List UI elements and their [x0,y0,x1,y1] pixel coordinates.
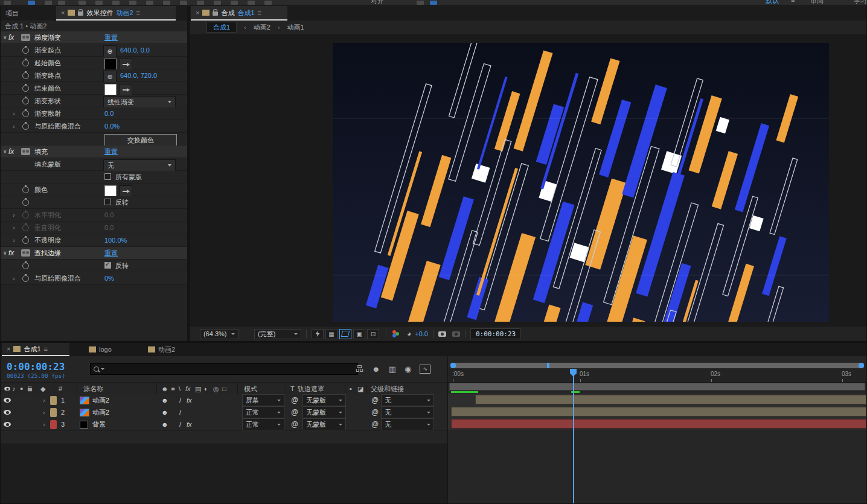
close-x-icon[interactable] [417,1,424,5]
navigator-end-handle[interactable] [859,363,864,368]
layer-label-chip[interactable] [50,406,57,418]
brush-tool-icon[interactable] [197,1,204,5]
tab-effect-controls[interactable]: × 效果控件 动画2 ≡ [56,6,176,21]
close-icon[interactable]: × [7,345,10,352]
orbit-tool-icon[interactable] [129,1,136,5]
property-value[interactable]: 100.0% [104,234,127,246]
tab-composition[interactable]: × 合成 合成1 ≡ [191,6,287,21]
timeline-divider[interactable] [447,356,448,503]
close-icon[interactable]: × [61,9,65,16]
magnification-dropdown[interactable]: (64.3%) [200,329,238,339]
tab-anim2-timeline[interactable]: 动画2 [143,343,180,356]
fill-mask-dropdown[interactable]: 无 [103,159,176,171]
mask-visibility-icon[interactable] [339,329,351,339]
layer-bar-background[interactable] [451,419,866,429]
panel-menu-icon[interactable]: ≡ [136,9,139,16]
layer-row-2[interactable]: › 2 动画2 ☻ / 正常 @ 无蒙版 @ 无 [1,406,447,419]
tab-comp1-timeline[interactable]: × 合成1 ≡ [2,343,69,356]
timeline-search-input[interactable] [90,363,358,375]
stopwatch-icon[interactable] [22,260,29,272]
layer-label-chip[interactable] [50,394,57,406]
reset-link[interactable]: 重置 [104,145,118,158]
property-value[interactable]: 640.0, 720.0 [120,69,157,81]
stopwatch-icon[interactable] [22,196,29,208]
mode-column-header[interactable]: 模式 [244,383,257,395]
effect-header-find-edges[interactable]: ∨ fx 查找边缘 重置 [1,247,187,260]
stopwatch-icon[interactable] [22,95,29,107]
eye-icon[interactable] [4,394,11,406]
eraser-tool-icon[interactable] [231,1,238,5]
stopwatch-icon[interactable] [22,69,29,81]
gradient-shape-dropdown[interactable]: 线性渐变 [103,96,176,108]
expand-arrow-icon[interactable]: › [43,406,45,418]
quality-toggle[interactable]: / [179,406,181,418]
channel-icon[interactable] [391,330,401,337]
lock-icon[interactable] [213,11,218,16]
label-column-icon[interactable]: ◆ [40,383,45,395]
zoom-tool-icon[interactable] [58,1,65,5]
workspace-learn[interactable]: 学习 [854,0,867,5]
effect-name[interactable]: 查找边缘 [34,247,61,259]
reset-link[interactable]: 重置 [104,247,118,259]
track-matte-dropdown[interactable]: 无蒙版 [302,394,346,406]
color-swatch[interactable] [104,59,117,71]
mini-flowchart-icon[interactable]: 品 [356,363,363,374]
crumb-comp1[interactable]: 合成1 [206,22,237,33]
workspace-review[interactable]: 审阅 [810,0,824,5]
expand-arrow-icon[interactable]: › [13,107,15,120]
exposure-icon[interactable]: ◕ [407,330,411,338]
type-tool-icon[interactable] [180,1,187,5]
effect-name[interactable]: 填充 [34,145,48,158]
shy-toggle[interactable]: ☻ [161,406,168,418]
close-icon[interactable]: × [196,9,199,16]
stopwatch-icon[interactable] [22,44,29,56]
track-matte-column-header[interactable]: 轨道遮罩 [298,383,324,395]
grid-guides-icon[interactable]: ⊡ [367,329,379,339]
color-swatch[interactable] [104,84,117,96]
layer-name[interactable]: 背景 [92,418,106,430]
stamp-tool-icon[interactable] [214,1,221,5]
home-icon[interactable] [4,1,11,5]
timeline-navigator[interactable] [450,363,864,368]
region-of-interest-icon[interactable]: ▣ [353,329,365,339]
playhead-line[interactable] [573,369,574,503]
source-name-column-header[interactable]: 源名称 [83,383,103,395]
parent-pickwhip-icon[interactable]: @ [371,394,379,406]
fx-badge-icon[interactable]: fx [8,31,14,43]
track-matte-dropdown[interactable]: 无蒙版 [302,406,346,418]
stopwatch-icon[interactable] [22,82,29,94]
quality-toggle[interactable]: / [179,394,181,406]
property-value[interactable]: 0.0 [104,107,114,120]
resolution-dropdown[interactable]: (完整) [254,329,301,339]
frame-blend-icon[interactable]: ▥ [389,365,396,374]
workspace-default[interactable]: 默认 [766,0,779,5]
layer-name[interactable]: 动画2 [92,406,109,418]
puppet-tool-icon[interactable] [264,1,272,5]
stopwatch-icon[interactable] [22,183,29,196]
matte-t-header[interactable]: T [290,383,295,395]
property-value[interactable]: 640.0, 0.0 [120,44,150,56]
shy-toggle[interactable]: ☻ [161,394,168,406]
eye-icon[interactable] [4,406,11,418]
fast-preview-icon[interactable] [312,329,324,339]
panel-menu-icon[interactable]: ≡ [258,9,261,16]
parent-dropdown[interactable]: 无 [381,418,434,430]
motion-blur-icon[interactable]: ◉ [405,365,411,374]
eye-icon[interactable] [4,418,11,430]
current-time-display[interactable]: 0:00:00:23 [7,361,65,372]
camera-tool-icon[interactable] [95,1,103,5]
pen-tool-icon[interactable] [163,1,170,5]
composition-canvas[interactable] [333,43,829,322]
snap-checkbox-label[interactable]: 对齐 [371,0,384,5]
layer-bar-anim2-top[interactable] [475,395,866,404]
layer-bar-anim2-bottom[interactable] [451,407,866,416]
layer-label-chip[interactable] [50,418,57,430]
show-snapshot-icon[interactable] [452,331,460,337]
work-area-bar[interactable] [449,383,865,391]
tab-project[interactable]: 项目 [1,6,55,21]
fx-toggle[interactable]: fx [187,394,192,406]
fx-toggle[interactable]: fx [187,418,192,430]
matte-pickwhip-icon[interactable]: @ [291,418,298,430]
transparency-grid-icon[interactable]: ▦ [325,329,338,339]
navigator-start-handle[interactable] [450,363,456,368]
